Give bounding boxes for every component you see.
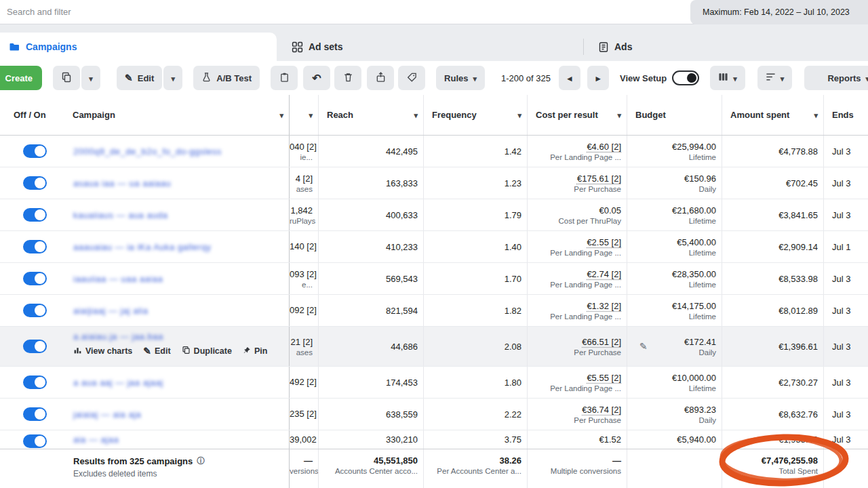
pin-row-button[interactable]: Pin [243, 346, 267, 357]
table-row[interactable]: aaauaiau — ia iKa Auka gallerqy View cha… [0, 231, 868, 263]
edit-row-button[interactable]: Edit [143, 346, 170, 357]
budget-value: €5,400.00 [627, 237, 716, 247]
campaign-on-toggle[interactable] [23, 304, 47, 317]
reports-button[interactable]: Reports [804, 66, 868, 90]
campaign-on-toggle[interactable] [23, 272, 47, 285]
tab-campaigns[interactable]: Campaigns [0, 33, 277, 61]
clipboard-button[interactable] [271, 66, 298, 90]
pagination-next-button[interactable] [587, 66, 609, 90]
column-header-ends[interactable]: Ends [824, 95, 868, 135]
campaign-name-link[interactable]: jaiaiaj — aia aja [73, 409, 289, 420]
campaign-name-link[interactable]: a.aiaiau.ja — jaa.baa [73, 331, 289, 342]
footer-summary-sub: Excludes deleted items [73, 469, 289, 479]
campaign-cell[interactable]: aaauaiau — ia iKa Auka gallerqy View cha… [64, 231, 290, 262]
view-setup-toggle[interactable] [672, 70, 699, 85]
duplicate-row-button[interactable]: Duplicate [182, 346, 232, 357]
cost-value: €4.60 [2] [528, 142, 621, 152]
campaign-on-toggle[interactable] [23, 375, 47, 389]
spent-cell: €1,938.46 [722, 430, 824, 449]
edit-budget-icon[interactable] [639, 340, 648, 352]
cost-value: €2.74 [2] [528, 269, 621, 279]
edit-options-button[interactable] [163, 66, 182, 90]
view-charts-button[interactable]: View charts [73, 346, 132, 357]
campaign-name-link[interactable]: asaua iaa — ua aaiaau [73, 178, 289, 188]
reach-cell: 410,233 [319, 231, 424, 262]
breakdown-button[interactable] [757, 66, 793, 90]
results-value: 21 [2] [290, 337, 313, 347]
campaign-cell[interactable]: jaiaiaj — aia aja View charts Edit Dupli… [64, 399, 290, 430]
create-button[interactable]: Create [0, 66, 42, 90]
campaign-cell[interactable]: aiaijiaaj — jaj alia View charts Edit Du… [64, 295, 290, 326]
export-button[interactable] [367, 66, 394, 90]
date-range-selector[interactable]: Maximum: Feb 14, 2022 – Jul 10, 2023 [690, 0, 868, 24]
campaign-cell[interactable]: a aua aaj — jaa ajaaj View charts Edit D… [64, 367, 290, 398]
duplicate-button[interactable] [53, 66, 80, 90]
columns-button[interactable] [710, 66, 745, 90]
undo-button[interactable] [303, 66, 330, 90]
campaign-name-link[interactable]: aiaijiaaj — jaj alia [73, 306, 289, 316]
campaign-name-link[interactable]: iaauiiaa — uaa aaiaa [73, 274, 289, 284]
column-header-frequency[interactable]: Frequency [424, 95, 528, 135]
campaign-on-toggle[interactable] [23, 407, 47, 421]
search-input[interactable] [0, 0, 688, 24]
cost-cell: €175.61 [2] Per Purchase [528, 167, 627, 199]
campaign-name-link[interactable]: kauaiiaus — aua auda [73, 210, 289, 220]
campaign-name-link[interactable]: a aua aaj — jaa ajaaj [73, 378, 289, 388]
rules-button[interactable]: Rules [436, 66, 485, 90]
tab-campaigns-label: Campaigns [26, 41, 77, 52]
campaign-cell[interactable]: asaua iaa — ua aaiaau View charts Edit D… [64, 167, 290, 199]
campaign-name-link[interactable]: aia — ajaa [73, 434, 289, 445]
campaign-cell[interactable]: a.aiaiau.ja — jaa.baa View charts Edit D… [64, 327, 290, 366]
campaign-on-toggle[interactable] [23, 340, 47, 353]
table-row[interactable]: asaua iaa — ua aaiaau View charts Edit D… [0, 167, 868, 199]
tab-ads[interactable]: Ads [598, 33, 632, 61]
duplicate-options-button[interactable] [81, 66, 100, 90]
tab-ad-sets[interactable]: Ad sets [292, 33, 343, 61]
toggle-cell [0, 399, 64, 430]
table-row[interactable]: 2000q9_de_de_b2o_fo_do-ggsless View char… [0, 136, 868, 167]
delete-button[interactable] [334, 66, 361, 90]
results-cell: 093 [2] e... [290, 263, 319, 294]
table-row[interactable]: iaauiiaa — uaa aaiaa View charts Edit Du… [0, 263, 868, 295]
table-row[interactable]: a aua aaj — jaa ajaaj View charts Edit D… [0, 367, 868, 399]
table-row[interactable]: aiaijiaaj — jaj alia View charts Edit Du… [0, 295, 868, 327]
results-sublabel: ases [290, 348, 313, 357]
budget-value: €28,350.00 [627, 269, 716, 279]
column-header-cost[interactable]: Cost per result [528, 95, 627, 135]
reach-cell: 569,543 [319, 263, 424, 294]
edit-button[interactable]: Edit [117, 66, 162, 90]
campaign-on-toggle[interactable] [23, 208, 47, 222]
campaign-on-toggle[interactable] [23, 434, 47, 448]
tag-button[interactable] [398, 66, 425, 90]
campaign-cell[interactable]: 2000q9_de_de_b2o_fo_do-ggsless View char… [64, 136, 290, 167]
column-header-spent[interactable]: Amount spent [722, 95, 824, 135]
column-header-budget[interactable]: Budget [627, 95, 722, 135]
budget-value: €21,680.00 [627, 205, 716, 216]
ab-test-button[interactable]: A/B Test [193, 66, 260, 90]
pin-icon [243, 346, 251, 357]
table-row[interactable]: kauaiiaus — aua auda View charts Edit Du… [0, 199, 868, 231]
reach-value: 400,633 [319, 210, 418, 220]
pagination-prev-button[interactable] [559, 66, 580, 90]
column-header-toggle[interactable]: Off / On [0, 95, 64, 135]
ends-cell: Jul 1 [824, 231, 868, 262]
table-row[interactable]: a.aiaiau.ja — jaa.baa View charts Edit D… [0, 327, 868, 367]
campaign-name-link[interactable]: aaauaiau — ia iKa Auka gallerqy [73, 242, 289, 252]
spent-value: €8,533.98 [722, 274, 818, 284]
campaign-cell[interactable]: kauaiiaus — aua auda View charts Edit Du… [64, 199, 290, 230]
column-header-results[interactable] [290, 95, 319, 135]
campaign-on-toggle[interactable] [23, 240, 47, 253]
campaign-name-link[interactable]: 2000q9_de_de_b2o_fo_do-ggsless [73, 146, 289, 157]
campaign-on-toggle[interactable] [23, 144, 47, 158]
campaign-cell[interactable]: aia — ajaa View charts Edit Duplicate [64, 430, 290, 449]
chevron-left-icon [568, 73, 572, 83]
budget-value: €150.96 [627, 174, 716, 184]
table-row[interactable]: aia — ajaa View charts Edit Duplicate [0, 430, 868, 449]
column-header-campaign[interactable]: Campaign [64, 95, 290, 135]
table-row[interactable]: jaiaiaj — aia aja View charts Edit Dupli… [0, 399, 868, 430]
column-header-reach[interactable]: Reach [319, 95, 424, 135]
reach-value: 330,210 [319, 434, 418, 445]
info-icon[interactable] [197, 455, 205, 467]
campaign-cell[interactable]: iaauiiaa — uaa aaiaa View charts Edit Du… [64, 263, 290, 294]
campaign-on-toggle[interactable] [23, 176, 47, 190]
